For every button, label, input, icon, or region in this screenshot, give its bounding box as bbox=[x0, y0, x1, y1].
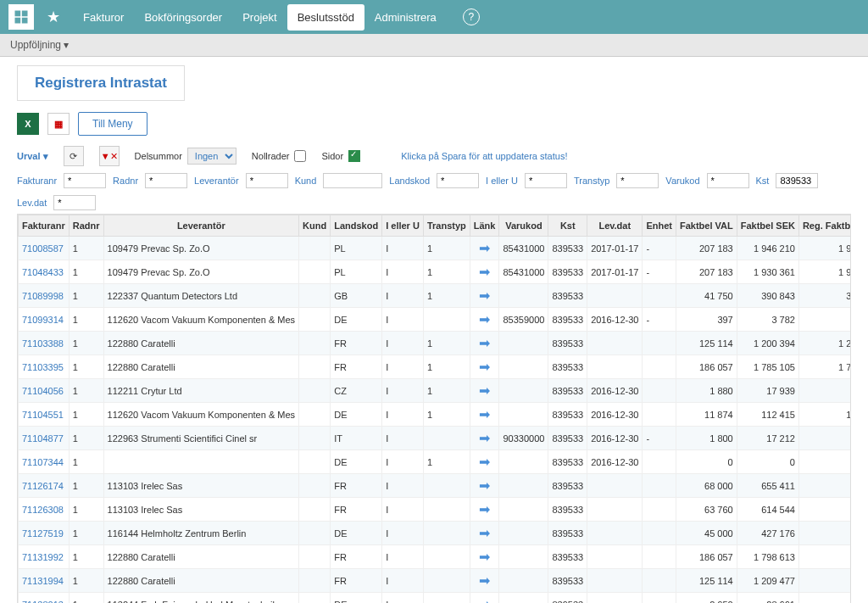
filter-input-4[interactable] bbox=[437, 173, 479, 188]
cell: 1 bbox=[69, 308, 103, 332]
col-header[interactable]: Transtyp bbox=[423, 215, 470, 237]
link-arrow-icon[interactable]: ➡ bbox=[470, 569, 499, 593]
col-header[interactable]: Fakturanr bbox=[19, 215, 70, 237]
filter-input-9[interactable] bbox=[53, 195, 96, 210]
cell: 1 bbox=[423, 332, 470, 355]
export-excel-icon[interactable]: X bbox=[17, 113, 39, 135]
link-arrow-icon[interactable]: ➡ bbox=[470, 284, 499, 308]
fakturanr-link[interactable]: 71089998 bbox=[19, 284, 70, 308]
link-arrow-icon[interactable]: ➡ bbox=[470, 474, 499, 498]
link-arrow-icon[interactable]: ➡ bbox=[470, 308, 499, 332]
fakturanr-link[interactable]: 71126308 bbox=[19, 498, 70, 522]
link-arrow-icon[interactable]: ➡ bbox=[470, 522, 499, 545]
filter-input-0[interactable] bbox=[64, 173, 106, 188]
star-icon[interactable]: ★ bbox=[47, 8, 60, 26]
col-header[interactable]: Landskod bbox=[331, 215, 382, 237]
urval-dropdown[interactable]: Urval ▾ bbox=[17, 151, 48, 162]
fakturanr-link[interactable]: 71008587 bbox=[19, 237, 70, 260]
cell bbox=[423, 498, 470, 522]
filter-input-6[interactable] bbox=[616, 173, 659, 188]
fakturanr-link[interactable]: 71104551 bbox=[19, 403, 70, 427]
filter-input-2[interactable] bbox=[246, 173, 288, 188]
link-arrow-icon[interactable]: ➡ bbox=[470, 403, 499, 427]
delsummor-select[interactable]: Ingen bbox=[187, 148, 236, 165]
nav-projekt[interactable]: Projekt bbox=[232, 4, 287, 31]
link-arrow-icon[interactable]: ➡ bbox=[470, 498, 499, 522]
col-header[interactable]: Kund bbox=[299, 215, 331, 237]
link-arrow-icon[interactable]: ➡ bbox=[470, 237, 499, 260]
link-arrow-icon[interactable]: ➡ bbox=[470, 450, 499, 474]
cell: 839533 bbox=[548, 284, 587, 308]
nav-administrera[interactable]: Administrera bbox=[364, 4, 447, 31]
cell: 11 874 bbox=[676, 403, 737, 427]
filter-label-3: Kund bbox=[295, 176, 317, 186]
fakturanr-link[interactable]: 71127519 bbox=[19, 522, 70, 545]
fakturanr-link[interactable]: 71138013 bbox=[19, 593, 70, 604]
cell: I bbox=[382, 403, 424, 427]
col-header[interactable]: Lev.dat bbox=[587, 215, 643, 237]
filter-label-4: Landskod bbox=[389, 176, 430, 186]
fakturanr-link[interactable]: 71131992 bbox=[19, 545, 70, 569]
col-header[interactable]: Enhet bbox=[643, 215, 676, 237]
table-row: 711048771122963 Strumenti Scientifici Ci… bbox=[19, 427, 852, 450]
filter-input-3[interactable] bbox=[323, 173, 382, 188]
filter-label-6: Transtyp bbox=[574, 176, 609, 186]
fakturanr-link[interactable]: 71099314 bbox=[19, 308, 70, 332]
filter-input-8[interactable] bbox=[776, 173, 818, 188]
col-header[interactable]: Reg. Faktbel SEK bbox=[798, 215, 851, 237]
export-pdf-icon[interactable]: ▦ bbox=[47, 113, 70, 135]
link-arrow-icon[interactable]: ➡ bbox=[470, 545, 499, 569]
fakturanr-link[interactable]: 71131994 bbox=[19, 569, 70, 593]
link-arrow-icon[interactable]: ➡ bbox=[470, 593, 499, 604]
cell: 3 782 bbox=[798, 308, 851, 332]
col-header[interactable]: Varukod bbox=[499, 215, 548, 237]
refresh-icon[interactable]: ⟳ bbox=[64, 146, 84, 166]
link-arrow-icon[interactable]: ➡ bbox=[470, 355, 499, 379]
cell: GB bbox=[331, 284, 382, 308]
fakturanr-link[interactable]: 71126174 bbox=[19, 474, 70, 498]
link-arrow-icon[interactable]: ➡ bbox=[470, 379, 499, 403]
cell: - bbox=[643, 427, 676, 450]
cell: 112620 Vacom Vakuum Komponenten & Mes bbox=[103, 308, 299, 332]
cell: 1 880 bbox=[676, 379, 737, 403]
fakturanr-link[interactable]: 71107344 bbox=[19, 450, 70, 474]
col-header[interactable]: Leverantör bbox=[103, 215, 299, 237]
sidor-checkbox[interactable] bbox=[348, 150, 360, 162]
table-row: 710899981122337 Quantum Detectors LtdGBI… bbox=[19, 284, 852, 308]
cell: 1 930 361 bbox=[798, 260, 851, 284]
fakturanr-link[interactable]: 71103395 bbox=[19, 355, 70, 379]
status-message: Klicka på Spara för att uppdatera status… bbox=[401, 151, 567, 161]
col-header[interactable]: Länk bbox=[470, 215, 499, 237]
col-header[interactable]: Faktbel VAL bbox=[676, 215, 737, 237]
cell: 614 544 bbox=[737, 498, 798, 522]
nollrader-checkbox[interactable] bbox=[294, 150, 306, 162]
sub-dropdown[interactable]: Uppföljning ▾ bbox=[10, 39, 69, 51]
link-arrow-icon[interactable]: ➡ bbox=[470, 260, 499, 284]
filter-input-5[interactable] bbox=[525, 173, 567, 188]
col-header[interactable]: I eller U bbox=[382, 215, 424, 237]
nav-fakturor[interactable]: Fakturor bbox=[73, 4, 134, 31]
col-header[interactable]: Radnr bbox=[69, 215, 103, 237]
clear-filter-icon[interactable]: ▼✕ bbox=[99, 146, 120, 166]
filter-input-1[interactable] bbox=[145, 173, 187, 188]
fakturanr-link[interactable]: 71103388 bbox=[19, 332, 70, 355]
menu-button[interactable]: Till Meny bbox=[78, 112, 147, 136]
nav-bokföringsorder[interactable]: Bokföringsorder bbox=[134, 4, 232, 31]
data-table: FakturanrRadnrLeverantörKundLandskodI el… bbox=[18, 215, 851, 603]
fakturanr-link[interactable]: 71048433 bbox=[19, 260, 70, 284]
fakturanr-link[interactable]: 71104877 bbox=[19, 427, 70, 450]
cell: FR bbox=[331, 474, 382, 498]
cell: 1 bbox=[69, 427, 103, 450]
link-arrow-icon[interactable]: ➡ bbox=[470, 332, 499, 355]
help-icon[interactable]: ? bbox=[463, 8, 480, 25]
nav-beslutsstöd[interactable]: Beslutsstöd bbox=[287, 4, 364, 31]
filter-input-7[interactable] bbox=[707, 173, 749, 188]
cell bbox=[499, 474, 548, 498]
col-header[interactable]: Faktbel SEK bbox=[737, 215, 798, 237]
app-logo[interactable] bbox=[8, 4, 34, 30]
col-header[interactable]: Kst bbox=[548, 215, 587, 237]
cell: 68 000 bbox=[676, 474, 737, 498]
fakturanr-link[interactable]: 71104056 bbox=[19, 379, 70, 403]
link-arrow-icon[interactable]: ➡ bbox=[470, 427, 499, 450]
table-wrap: FakturanrRadnrLeverantörKundLandskodI el… bbox=[17, 214, 851, 603]
